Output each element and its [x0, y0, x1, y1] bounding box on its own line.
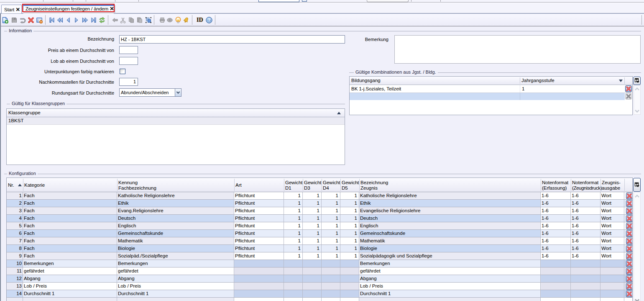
svg-text:?: ?: [207, 18, 210, 23]
